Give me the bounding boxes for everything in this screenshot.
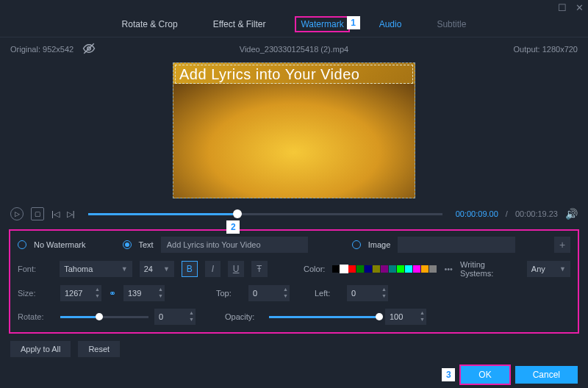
color-label: Color: xyxy=(304,265,325,273)
underline-button[interactable]: U xyxy=(228,261,244,277)
size-width-input[interactable]: 1267▲▼ xyxy=(60,285,101,301)
color-swatch[interactable] xyxy=(340,265,348,273)
step-badge-2: 2 xyxy=(226,220,240,234)
tab-watermark[interactable]: Watermark 1 xyxy=(301,19,343,29)
color-swatch[interactable] xyxy=(365,265,372,273)
watermark-text-input[interactable] xyxy=(161,237,308,253)
fontsize-select[interactable]: 24▼ xyxy=(140,261,174,277)
watermark-image-input[interactable] xyxy=(398,237,515,253)
top-label: Top: xyxy=(216,289,241,298)
color-swatch[interactable] xyxy=(332,265,340,273)
close-button[interactable]: ✕ xyxy=(576,2,584,13)
font-value: Tahoma xyxy=(64,265,93,273)
color-swatch[interactable] xyxy=(413,265,420,273)
opacity-slider-knob[interactable] xyxy=(376,313,383,320)
radio-image-watermark[interactable] xyxy=(352,240,361,249)
rotate-input[interactable]: 0▲▼ xyxy=(154,309,196,325)
writing-systems-label: Writing Systems: xyxy=(460,260,520,278)
link-aspect-icon[interactable]: ⚭ xyxy=(109,288,116,298)
tab-bar: Rotate & Crop Effect & Filter Watermark … xyxy=(0,15,588,37)
reset-button[interactable]: Reset xyxy=(78,341,120,357)
rotate-label: Rotate: xyxy=(18,312,53,321)
watermark-panel: No Watermark Text Image + Font: Tahoma▼ … xyxy=(9,229,579,334)
chevron-down-icon: ▼ xyxy=(559,265,566,273)
color-swatch[interactable] xyxy=(389,265,396,273)
left-label: Left: xyxy=(315,289,340,298)
rotate-slider-knob[interactable] xyxy=(96,313,103,320)
tab-rotate-crop[interactable]: Rotate & Crop xyxy=(122,19,178,29)
rotate-slider[interactable] xyxy=(60,316,148,318)
color-swatch[interactable] xyxy=(405,265,412,273)
color-swatch[interactable] xyxy=(421,265,429,273)
opacity-slider[interactable] xyxy=(269,316,379,318)
original-dimensions: Original: 952x542 xyxy=(10,45,74,54)
spinner-icon[interactable]: ▲▼ xyxy=(420,309,425,323)
more-colors-icon[interactable]: ••• xyxy=(444,265,453,273)
opacity-value: 100 xyxy=(390,312,403,321)
top-input[interactable]: 0▲▼ xyxy=(248,285,290,301)
opacity-input[interactable]: 100▲▼ xyxy=(385,309,426,325)
stop-button[interactable]: ▢ xyxy=(31,207,44,220)
tab-subtitle[interactable]: Subtitle xyxy=(437,19,466,29)
top-value: 0 xyxy=(253,289,257,298)
volume-icon[interactable]: 🔊 xyxy=(565,208,578,220)
opacity-slider-fill xyxy=(269,316,379,318)
minimize-button[interactable]: ☐ xyxy=(558,2,567,13)
left-input[interactable]: 0▲▼ xyxy=(347,285,388,301)
preview-toggle-icon[interactable] xyxy=(82,42,96,57)
italic-button[interactable]: I xyxy=(205,261,221,277)
writing-systems-value: Any xyxy=(531,265,545,273)
color-swatch[interactable] xyxy=(373,265,380,273)
chevron-down-icon: ▼ xyxy=(163,265,170,273)
apply-to-all-button[interactable]: Apply to All xyxy=(10,341,71,357)
color-swatches xyxy=(332,265,437,273)
font-label: Font: xyxy=(18,265,52,273)
color-swatch[interactable] xyxy=(356,265,364,273)
fontsize-value: 24 xyxy=(144,265,153,273)
timeline-knob[interactable] xyxy=(233,209,242,218)
rotate-value: 0 xyxy=(159,312,163,321)
color-swatch[interactable] xyxy=(429,265,437,273)
step-badge-3: 3 xyxy=(442,368,455,381)
left-value: 0 xyxy=(351,289,356,298)
ok-button[interactable]: OK xyxy=(461,366,509,384)
time-total: 00:00:19.23 xyxy=(515,209,558,218)
size-height-input[interactable]: 139▲▼ xyxy=(123,285,165,301)
tab-audio[interactable]: Audio xyxy=(379,19,402,29)
next-frame-button[interactable]: ▷| xyxy=(67,209,75,219)
bold-button[interactable]: B xyxy=(182,261,198,277)
color-swatch[interactable] xyxy=(348,265,356,273)
spinner-icon[interactable]: ▲▼ xyxy=(381,286,387,299)
strike-button[interactable]: Ŧ xyxy=(251,261,268,277)
writing-systems-select[interactable]: Any▼ xyxy=(527,261,570,277)
prev-frame-button[interactable]: |◁ xyxy=(51,209,60,219)
font-select[interactable]: Tahoma▼ xyxy=(60,261,132,277)
filename-label: Video_230330125418 (2).mp4 xyxy=(240,45,348,54)
spinner-icon[interactable]: ▲▼ xyxy=(189,309,194,323)
size-width-value: 1267 xyxy=(65,289,82,298)
color-swatch[interactable] xyxy=(397,265,404,273)
rotate-slider-fill xyxy=(60,316,96,318)
tab-effect-filter[interactable]: Effect & Filter xyxy=(213,19,266,29)
video-preview[interactable]: Add Lyrics into Your Video xyxy=(173,62,415,198)
size-label: Size: xyxy=(18,289,53,298)
spinner-icon[interactable]: ▲▼ xyxy=(283,286,288,299)
cancel-button[interactable]: Cancel xyxy=(515,366,578,384)
spinner-icon[interactable]: ▲▼ xyxy=(95,286,100,299)
radio-no-watermark[interactable] xyxy=(18,240,26,249)
color-swatch[interactable] xyxy=(381,265,388,273)
step-badge-1: 1 xyxy=(347,16,360,29)
text-watermark-label: Text xyxy=(139,240,154,249)
time-separator: / xyxy=(506,209,508,218)
output-dimensions: Output: 1280x720 xyxy=(514,45,578,54)
add-image-button[interactable]: + xyxy=(554,237,570,253)
timeline-progress xyxy=(88,213,234,215)
tab-watermark-label: Watermark xyxy=(295,16,349,32)
timeline-scrubber[interactable]: 2 xyxy=(88,213,442,215)
chevron-down-icon: ▼ xyxy=(121,265,128,273)
watermark-overlay-text[interactable]: Add Lyrics into Your Video xyxy=(179,66,409,83)
play-button[interactable]: ▷ xyxy=(10,207,24,220)
radio-text-watermark[interactable] xyxy=(123,240,132,249)
preview-frame xyxy=(173,84,415,198)
spinner-icon[interactable]: ▲▼ xyxy=(158,286,163,299)
